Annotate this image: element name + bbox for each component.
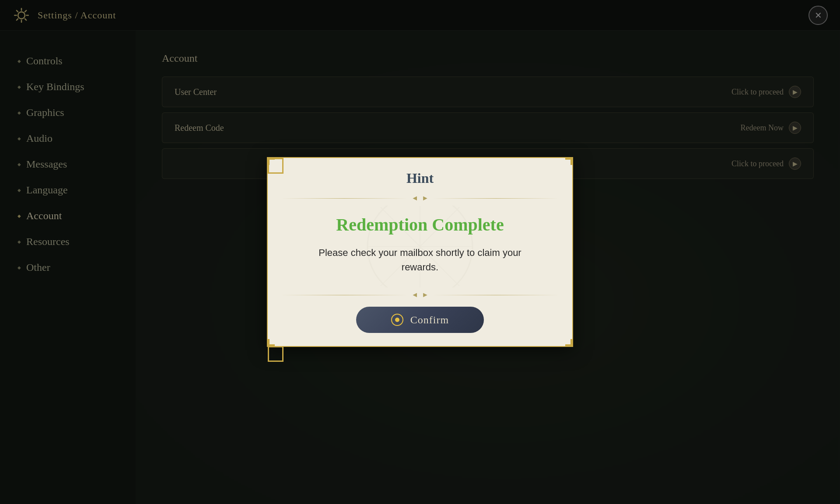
divider-arrow-right: ► <box>422 291 429 299</box>
redemption-message-line1: Please check your mailbox shortly to cla… <box>318 247 521 258</box>
confirm-icon-inner <box>395 318 399 322</box>
divider-arrow-left: ◄ <box>411 291 418 299</box>
divider-arrow-right: ► <box>422 194 429 202</box>
redemption-message: Please check your mailbox shortly to cla… <box>318 245 521 274</box>
svg-rect-4 <box>571 345 573 347</box>
divider-arrow-left: ◄ <box>411 194 418 202</box>
corner-decoration-br <box>557 331 573 347</box>
divider-line-right <box>432 295 559 295</box>
divider-line-left <box>281 295 408 295</box>
divider-line-right <box>432 198 559 199</box>
redemption-message-line2: rewards. <box>402 262 438 273</box>
modal-dialog: Hint ◄ ► Redemption Complete Please chec… <box>267 157 573 347</box>
confirm-icon <box>391 314 403 326</box>
modal-title: Hint <box>285 170 555 186</box>
corner-decoration-bl <box>267 331 283 347</box>
modal-bottom-divider: ◄ ► <box>268 287 572 302</box>
modal-header: Hint <box>268 158 572 191</box>
modal-footer: Confirm <box>268 302 572 346</box>
redemption-title: Redemption Complete <box>336 214 504 235</box>
confirm-button[interactable]: Confirm <box>356 307 484 333</box>
svg-rect-3 <box>267 345 269 347</box>
confirm-label: Confirm <box>410 314 449 326</box>
divider-line-left <box>281 198 408 199</box>
modal-body: Redemption Complete Please check your ma… <box>268 206 572 287</box>
modal-top-divider: ◄ ► <box>268 191 572 206</box>
